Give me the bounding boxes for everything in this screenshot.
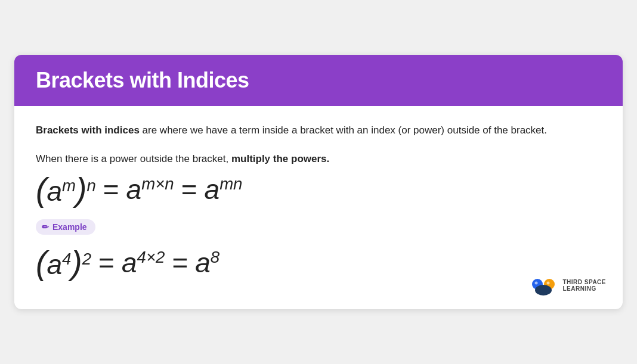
svg-point-4 — [547, 282, 550, 285]
rule-paragraph: When there is a power outside the bracke… — [36, 151, 601, 167]
equals-2: = — [181, 176, 197, 203]
formula-part2: am×n — [126, 176, 174, 203]
example-part2: a4×2 — [122, 249, 165, 276]
general-formula: (am)n = am×n = amn — [36, 173, 601, 206]
example-label: Example — [52, 222, 87, 232]
example-part3: a8 — [195, 249, 219, 276]
svg-point-2 — [535, 285, 552, 295]
brand-line2: LEARNING — [562, 285, 606, 292]
example-formula: (a4)2 = a4×2 = a8 — [36, 247, 601, 279]
intro-rest: are where we have a term inside a bracke… — [140, 125, 547, 136]
equals-1: = — [103, 176, 119, 203]
page-title: Brackets with Indices — [36, 68, 601, 93]
intro-bold: Brackets with indices — [36, 125, 140, 136]
rule-bold: multiply the powers. — [231, 153, 329, 164]
example-part1: (a4)2 — [36, 247, 91, 279]
rule-plain: When there is a power outside the bracke… — [36, 153, 231, 164]
brand-line1: THIRD SPACE — [562, 279, 606, 285]
example-badge: ✏ Example — [36, 219, 95, 235]
card-body: Brackets with indices are where we have … — [14, 106, 623, 309]
brand-text: THIRD SPACE LEARNING — [562, 279, 606, 292]
brand-watermark: THIRD SPACE LEARNING — [530, 272, 606, 298]
example-equals-1: = — [98, 249, 115, 276]
intro-paragraph: Brackets with indices are where we have … — [36, 123, 601, 138]
brand-logo-icon — [530, 272, 556, 298]
card-header: Brackets with Indices — [14, 55, 623, 106]
card: Brackets with Indices Brackets with indi… — [14, 55, 623, 309]
formula-part1: (am)n — [36, 173, 96, 206]
example-equals-2: = — [172, 249, 188, 276]
svg-point-3 — [535, 282, 538, 285]
pencil-icon: ✏ — [42, 222, 49, 232]
formula-part3: amn — [205, 176, 243, 203]
